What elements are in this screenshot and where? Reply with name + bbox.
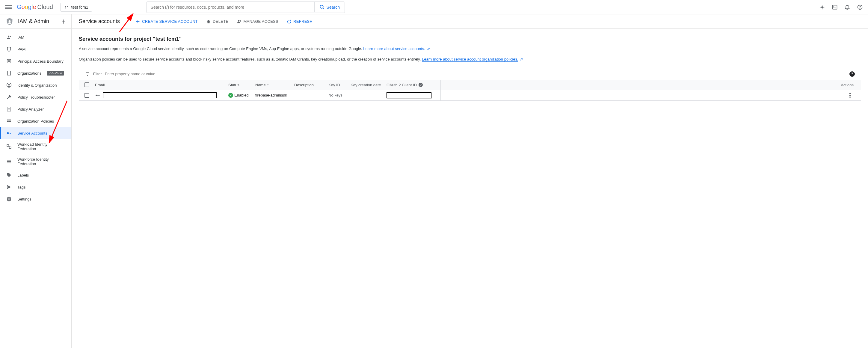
- person-add-icon: [237, 19, 242, 24]
- col-description[interactable]: Description: [294, 83, 329, 87]
- svg-point-15: [8, 36, 9, 37]
- project-selector[interactable]: test fcm1: [60, 3, 92, 12]
- shield-outline-icon: [6, 46, 12, 52]
- sidebar-item-workforce-if[interactable]: Workforce Identity Federation: [0, 154, 71, 169]
- col-email[interactable]: Email: [95, 83, 228, 87]
- redacted-email: [103, 92, 217, 98]
- svg-rect-36: [10, 133, 11, 134]
- person-add-icon: [6, 34, 12, 40]
- select-all-checkbox[interactable]: [85, 82, 89, 87]
- svg-rect-37: [7, 144, 9, 146]
- svg-rect-18: [7, 59, 11, 63]
- key-icon: [95, 93, 100, 98]
- sidebar-label: Identity & Organization: [18, 83, 57, 88]
- svg-rect-5: [833, 5, 837, 9]
- status-text: Enabled: [234, 93, 249, 97]
- sidebar-label: Principal Access Boundary: [18, 59, 64, 63]
- row-name: firebase-adminsdk: [255, 93, 294, 97]
- svg-rect-30: [7, 120, 8, 120]
- svg-point-2: [65, 7, 66, 8]
- shield-icon: [5, 18, 14, 26]
- sidebar-item-pab[interactable]: Principal Access Boundary: [0, 55, 71, 67]
- sidebar-item-identity-org[interactable]: Identity & Organization: [0, 79, 71, 91]
- external-link-icon: ⬀: [520, 57, 523, 61]
- learn-more-link2[interactable]: Learn more about service account organiz…: [422, 57, 518, 62]
- sidebar-label: Organizations: [18, 71, 41, 76]
- row-checkbox[interactable]: [85, 93, 89, 98]
- help-circle-icon[interactable]: ?: [418, 83, 423, 87]
- menu-icon[interactable]: [5, 4, 12, 11]
- svg-point-12: [238, 20, 239, 21]
- sidebar-label: Settings: [18, 197, 31, 201]
- sidebar-label: Workload Identity Federation: [18, 142, 65, 151]
- list-icon: [6, 118, 12, 124]
- learn-more-link1[interactable]: Learn more about service accounts.: [363, 47, 425, 51]
- cloud-shell-icon[interactable]: [832, 4, 838, 10]
- svg-point-0: [65, 6, 66, 7]
- svg-point-3: [320, 5, 323, 8]
- sidebar-item-organizations[interactable]: Organizations PREVIEW: [0, 67, 71, 79]
- sidebar-item-labels[interactable]: Labels: [0, 169, 71, 181]
- status-enabled-icon: ✓: [228, 93, 233, 98]
- delete-button[interactable]: DELETE: [206, 19, 228, 24]
- col-oauth[interactable]: OAuth 2 Client ID ?: [386, 83, 440, 87]
- gemini-icon[interactable]: [819, 4, 826, 10]
- sidebar-item-policy-troubleshooter[interactable]: Policy Troubleshooter: [0, 91, 71, 103]
- section-title: IAM & Admin: [18, 18, 49, 25]
- content-title: Service accounts for project "test fcm1": [79, 36, 861, 42]
- sidebar-label: Policy Troubleshooter: [18, 95, 55, 99]
- google-cloud-logo[interactable]: Google Cloud: [17, 4, 53, 10]
- svg-point-8: [860, 8, 860, 8]
- sidebar-item-service-accounts[interactable]: Service Accounts: [0, 127, 71, 139]
- sidebar-item-org-policies[interactable]: Organization Policies: [0, 115, 71, 127]
- svg-point-9: [9, 20, 11, 22]
- col-name[interactable]: Name ↑: [255, 82, 294, 87]
- col-keydate[interactable]: Key creation date: [350, 83, 386, 87]
- send-icon: [6, 184, 12, 190]
- sidebar-item-tags[interactable]: Tags: [0, 181, 71, 193]
- layout: IAM PAM Principal Access Boundary Organi…: [0, 29, 868, 348]
- filter-icon: [85, 71, 90, 77]
- sidebar-item-settings[interactable]: Settings: [0, 193, 71, 205]
- svg-rect-50: [99, 95, 99, 96]
- tag-icon: [6, 172, 12, 178]
- key-icon: [6, 130, 12, 136]
- col-status[interactable]: Status: [228, 83, 255, 87]
- pin-icon[interactable]: [61, 19, 66, 24]
- svg-point-19: [8, 61, 10, 62]
- svg-rect-49: [97, 95, 100, 96]
- external-link-icon: ⬀: [427, 47, 430, 51]
- content-desc1: A service account represents a Google Cl…: [79, 46, 861, 52]
- sidebar-item-policy-analyzer[interactable]: Policy Analyzer: [0, 103, 71, 115]
- svg-rect-33: [8, 121, 11, 122]
- trash-icon: [206, 19, 211, 24]
- svg-line-4: [323, 8, 324, 9]
- row-actions-menu[interactable]: [846, 93, 854, 98]
- sidebar-label: Policy Analyzer: [18, 107, 44, 112]
- search-input[interactable]: [147, 2, 314, 12]
- top-header: Google Cloud test fcm1 Search: [0, 0, 868, 14]
- svg-point-26: [8, 84, 10, 85]
- sidebar-item-pam[interactable]: PAM: [0, 43, 71, 55]
- sidebar-item-iam[interactable]: IAM: [0, 31, 71, 43]
- sidebar-label: IAM: [18, 35, 24, 39]
- sidebar-item-workload-if[interactable]: Workload Identity Federation: [0, 139, 71, 154]
- table-row: ✓ Enabled firebase-adminsdk No keys: [79, 90, 861, 101]
- sidebar-label: Service Accounts: [18, 131, 47, 136]
- filter-help-icon[interactable]: ?: [849, 71, 855, 77]
- sidebar-label: Labels: [18, 173, 29, 177]
- notifications-icon[interactable]: [844, 4, 850, 10]
- manage-access-button[interactable]: MANAGE ACCESS: [237, 19, 278, 24]
- col-keyid[interactable]: Key ID: [329, 83, 350, 87]
- federation-icon: [6, 144, 12, 150]
- main-content: Service accounts for project "test fcm1"…: [72, 29, 868, 348]
- search-button[interactable]: Search: [314, 2, 345, 12]
- filter-label: Filter: [93, 71, 102, 76]
- analyzer-icon: [6, 106, 12, 112]
- create-service-account-button[interactable]: CREATE SERVICE ACCOUNT: [135, 19, 198, 24]
- help-icon[interactable]: [857, 4, 863, 10]
- filter-input[interactable]: [105, 71, 846, 76]
- refresh-button[interactable]: REFRESH: [287, 19, 312, 24]
- section-left: IAM & Admin: [0, 14, 72, 28]
- person-circle-icon: [6, 82, 12, 88]
